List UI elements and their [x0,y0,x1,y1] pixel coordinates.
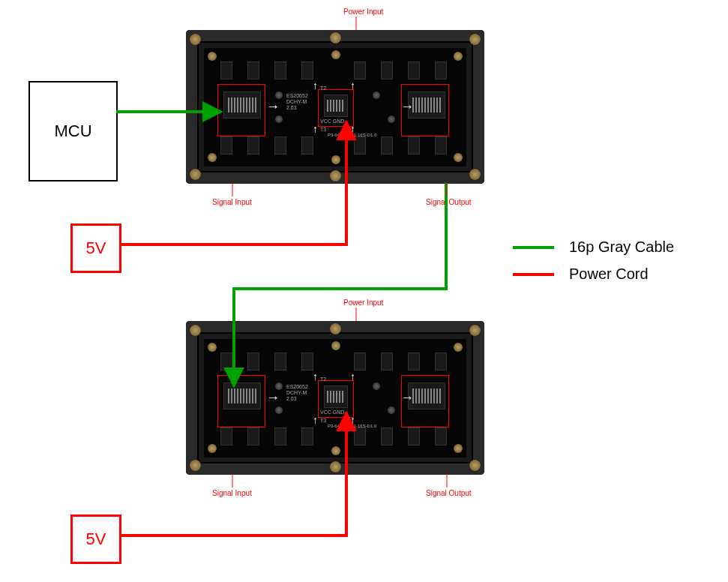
ic-chip [274,428,286,446]
screw-icon [454,444,463,453]
signal-input-label-1: Signal Input [212,198,252,206]
led-module-2: → → ↑ ↑ ↑ ↑ T2 ES20652 DCHY-M 2.03 T3 VC… [186,321,484,475]
screw-icon [208,343,217,352]
legend-row-green: 16p Gray Cable [513,238,674,256]
pcb-mfr: 2.03 [286,105,297,110]
screw-icon [208,52,217,61]
screw-icon [330,461,341,472]
arrow-right-icon: → [400,390,414,406]
screw-icon [190,460,201,471]
legend-row-red: Power Cord [513,266,649,283]
signal-output-label-2: Signal Output [426,489,472,497]
capacitor [388,116,395,123]
ic-chip [435,62,447,80]
pcb-mfr: ES20652 [286,384,308,389]
pcb-mfr: DCHY-M [286,99,307,104]
screw-icon [330,323,341,334]
signal-input-highlight [217,375,265,428]
ic-chip [247,428,259,446]
ic-chip [247,62,259,80]
screw-icon [469,460,481,471]
screw-icon [190,34,201,45]
arrow-up-icon: ↑ [350,80,355,92]
signal-output-label-1: Signal Output [426,198,472,206]
pcb-pwr-pins: VCC GND [320,410,344,415]
ic-chip [301,352,313,370]
ic-chip [435,352,447,370]
power-input-label-1: Power Input [343,8,383,16]
ic-chip [274,62,286,80]
capacitor [373,92,380,99]
pcb-mfr: DCHY-M [286,390,307,395]
screw-icon [469,169,481,180]
arrow-up-icon: ↑ [350,370,355,382]
ic-chip [408,428,420,446]
pcb-2: → → ↑ ↑ ↑ ↑ T2 ES20652 DCHY-M 2.03 T3 VC… [204,339,466,458]
ic-chip [274,136,286,154]
ic-chip [408,62,420,80]
legend-red-text: Power Cord [569,266,649,283]
pcb-id: P3-6432-2121-16S-D1.0 [328,133,376,137]
power-supply-2: 5V [70,514,121,564]
screw-icon [208,153,217,162]
ic-chip [381,136,393,154]
pcb-label-t3: T3 [320,127,326,132]
ic-chip [220,352,232,370]
ic-chip [301,428,313,446]
capacitor [388,406,395,414]
pcb-mfr: 2.03 [286,396,297,401]
pcb-1: → → ↑ ↑ ↑ ↑ T2 ES20652 DCHY-M 2.03 T3 VC… [204,48,466,166]
capacitor [275,406,283,414]
screw-icon [469,34,481,45]
arrow-right-icon: → [400,99,414,115]
ic-chip [381,428,393,446]
ic-chip [354,428,366,446]
arrow-up-icon: ↑ [313,370,318,382]
screw-icon [190,169,201,180]
pcb-label-t3: T3 [320,418,326,423]
ic-chip [408,352,420,370]
signal-input-label-2: Signal Input [212,489,252,497]
legend-green-line [513,246,554,249]
ic-chip [435,428,447,446]
ic-chip [408,136,420,154]
ic-chip [354,352,366,370]
ic-chip [435,136,447,154]
ic-chip [220,62,232,80]
ic-chip [381,62,393,80]
screw-icon [331,155,340,164]
ic-chip [220,136,232,154]
screw-icon [331,50,340,59]
mcu-label: MCU [54,122,91,141]
legend-green-text: 16p Gray Cable [569,238,674,256]
arrow-up-icon: ↑ [313,80,318,92]
ic-chip [274,352,286,370]
screw-icon [330,32,341,44]
capacitor [373,382,380,390]
ic-chip [381,352,393,370]
ic-chip [301,62,313,80]
ic-chip [354,62,366,80]
legend-red-line [513,273,554,276]
power-input-label-2: Power Input [343,298,383,307]
mcu-block: MCU [28,81,118,182]
ic-chip [247,136,259,154]
screw-icon [190,325,201,336]
arrow-up-icon: ↑ [313,123,318,135]
screw-icon [454,153,463,162]
pcb-id: P3-6432-2121-16S-D1.0 [328,424,376,428]
ic-chip [220,428,232,446]
screw-icon [469,325,481,336]
screw-icon [331,341,340,350]
ic-chip [354,136,366,154]
pcb-label-t2: T2 [320,376,326,382]
power-supply-1: 5V [70,224,121,273]
screw-icon [330,170,341,182]
capacitor [275,382,283,390]
arrow-right-icon: → [266,390,280,406]
capacitor [275,92,283,99]
pcb-mfr: ES20652 [286,93,308,98]
power-2-label: 5V [86,530,106,549]
ic-chip [301,136,313,154]
arrow-right-icon: → [266,99,280,115]
